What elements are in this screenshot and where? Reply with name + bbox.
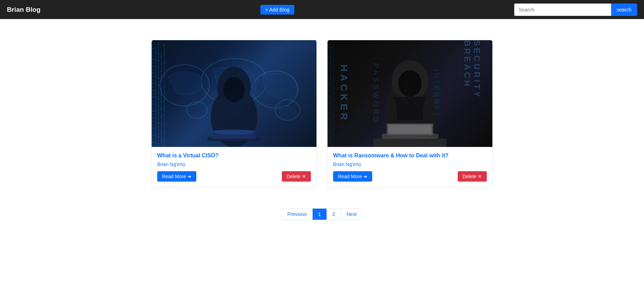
blog-card-2-actions: Read More ➜ Delete ✕ [333,171,487,182]
pagination-container: Previous 1 2 Next [121,208,523,220]
svg-point-11 [223,77,245,102]
blog-card-1: 0101101010110101010101101010101 10101011… [151,40,317,187]
pagination-next[interactable]: Next [341,209,363,220]
blog-card-2-image: HACKER PASSWORD DATA INTERNET SECURITY B… [328,40,492,147]
search-button[interactable]: search [611,3,637,16]
blog-card-1-actions: Read More ➜ Delete ✕ [157,171,311,182]
navbar: Brian Blog + Add Blog search [0,0,644,19]
delete-button-1[interactable]: Delete ✕ [282,171,311,182]
blog-grid: 0101101010110101010101101010101 10101011… [121,40,523,187]
navbar-center: + Add Blog [41,5,514,15]
blog-card-1-body: What is a Virtual CISO? Brian Ng'eno. Re… [152,147,316,187]
read-more-button-1[interactable]: Read More ➜ [157,171,196,182]
blog-card-1-title[interactable]: What is a Virtual CISO? [157,152,311,159]
blog-card-1-image: 0101101010110101010101101010101 10101011… [152,40,316,147]
svg-rect-20 [388,124,431,134]
pagination-page-2[interactable]: 2 [327,209,341,220]
brand-logo[interactable]: Brian Blog [7,6,41,14]
add-blog-button[interactable]: + Add Blog [260,5,294,15]
svg-rect-22 [373,139,447,147]
read-more-button-2[interactable]: Read More ➜ [333,171,372,182]
pagination-previous[interactable]: Previous [282,209,313,220]
blog-card-2-author[interactable]: Brian Ng'eno. [333,161,487,167]
next-link[interactable]: Next [341,209,363,220]
delete-button-2[interactable]: Delete ✕ [458,171,487,182]
pagination: Previous 1 2 Next [281,208,363,220]
search-input[interactable] [514,3,611,16]
svg-point-17 [398,70,422,97]
blog-card-2: HACKER PASSWORD DATA INTERNET SECURITY B… [327,40,493,187]
blog-card-1-author[interactable]: Brian Ng'eno. [157,161,311,167]
page-2-link[interactable]: 2 [327,209,341,220]
pagination-page-1[interactable]: 1 [313,209,327,220]
blog-card-2-body: What is Ransomware & How to Deal with it… [328,147,492,187]
search-bar: search [514,3,637,16]
svg-point-14 [214,129,254,134]
blog-card-2-title[interactable]: What is Ransomware & How to Deal with it… [333,152,487,159]
main-content: 0101101010110101010101101010101 10101011… [114,19,530,241]
page-1-link[interactable]: 1 [313,209,327,220]
previous-link[interactable]: Previous [282,209,312,220]
